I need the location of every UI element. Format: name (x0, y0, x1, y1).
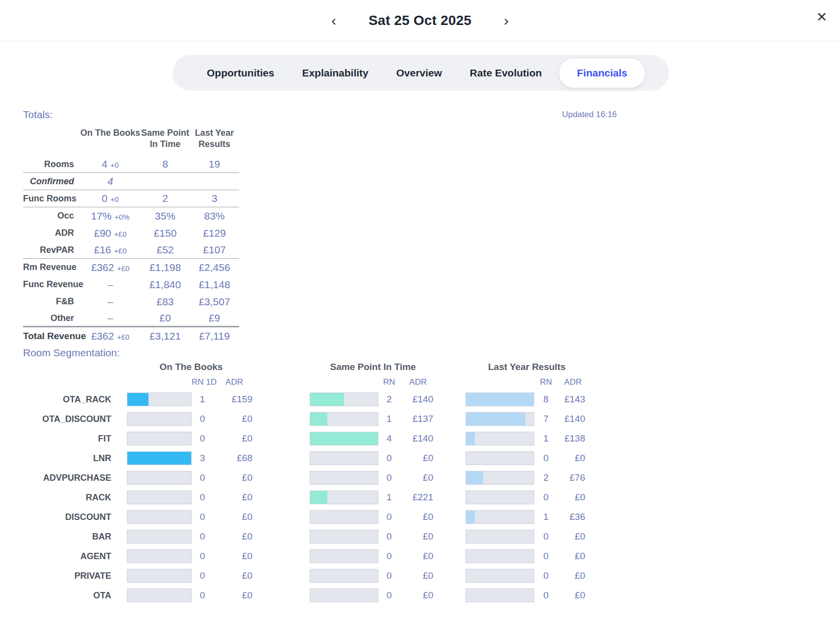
ly-bar-track (466, 432, 534, 445)
ly-bar-fill (466, 413, 525, 425)
seg-row-label: RACK (29, 492, 111, 503)
header: ‹ Sat 25 Oct 2025 › ✕ (0, 0, 840, 41)
spit-bar-track (310, 471, 378, 485)
tab-overview[interactable]: Overview (385, 58, 452, 88)
spit-rn-value: 1 (378, 492, 400, 503)
ly-rn-value: 7 (534, 414, 558, 424)
tab-opportunities[interactable]: Opportunities (196, 58, 285, 88)
spit-value: £150 (141, 227, 190, 239)
ly-value: 3 (190, 193, 239, 204)
otb-value: 0+0 (80, 193, 141, 204)
spit-adr-value: £221 (400, 492, 436, 503)
seg-row-label: ADVPURCHASE (29, 473, 111, 483)
otb-delta: +0% (115, 213, 129, 221)
otb-bar-track (127, 569, 192, 583)
otb-adr-value: £0 (213, 531, 255, 542)
spit-adr-value: £0 (400, 551, 436, 562)
seg-row: OTA_RACK1£1592£1408£143 (29, 390, 588, 409)
otb-main-value: 4 (107, 175, 113, 187)
table-row: Rooms4+0819 (23, 156, 239, 173)
ly-adr-value: £36 (558, 512, 588, 522)
otb-value: – (80, 279, 141, 291)
otb-rn-value: 0 (192, 414, 213, 424)
row-label: F&B (23, 296, 80, 307)
otb-main-value: £90 (94, 227, 111, 239)
tab-rate-evolution[interactable]: Rate Evolution (459, 58, 553, 88)
otb-rn-value: 0 (192, 492, 213, 503)
otb-adr-value: £0 (213, 492, 255, 503)
otb-rn-value: 0 (192, 570, 213, 581)
spit-value: £1,198 (141, 262, 190, 273)
table-row: Func Revenue–£1,840£1,148 (23, 276, 239, 293)
otb-rn-value: 0 (192, 590, 213, 601)
ly-rn-value: 1 (534, 512, 558, 522)
ly-adr-value: £0 (558, 551, 588, 562)
spit-adr-value: £0 (400, 531, 436, 542)
otb-bar-fill (127, 452, 191, 465)
ly-value: 83% (190, 210, 239, 222)
table-row: Other–£0£9 (23, 310, 239, 327)
spit-value: £0 (141, 312, 190, 324)
otb-main-value: – (107, 279, 113, 291)
close-icon[interactable]: ✕ (816, 11, 827, 24)
ly-rn-value: 0 (534, 551, 558, 562)
spit-rn-value: 0 (378, 512, 400, 522)
seg-row-label: OTA_RACK (29, 394, 111, 405)
otb-bar-track (127, 471, 192, 485)
spit-bar-track (310, 393, 378, 406)
seg-row: RACK0£01£2210£0 (29, 488, 588, 507)
rn-header-otb: RN 1D (192, 377, 213, 387)
seg-row-label: BAR (29, 532, 111, 542)
spit-bar-track (310, 569, 378, 583)
spit-rn-value: 0 (378, 590, 400, 601)
otb-bar-track (127, 510, 192, 524)
ly-rn-value: 1 (534, 433, 558, 444)
ly-rn-value: 0 (534, 531, 558, 542)
date-navigation: ‹ Sat 25 Oct 2025 › (0, 0, 840, 41)
spit-rn-value: 0 (378, 570, 400, 581)
spit-adr-value: £0 (400, 570, 436, 581)
otb-rn-value: 0 (192, 551, 213, 562)
tab-explainability[interactable]: Explainability (291, 58, 379, 88)
otb-delta: +£0 (117, 264, 129, 272)
spit-bar-fill (310, 393, 344, 406)
spit-value: £52 (141, 244, 190, 256)
seg-row: OTA_DISCOUNT0£01£1377£140 (29, 409, 588, 429)
spit-bar-track (310, 491, 378, 504)
otb-main-value: £16 (94, 244, 111, 256)
spit-bar-track (310, 432, 378, 445)
otb-main-value: – (107, 296, 113, 308)
adr-header-otb: ADR (213, 377, 255, 387)
spit-rn-value: 0 (378, 551, 400, 562)
ly-bar-track (466, 569, 534, 583)
seg-row: PRIVATE0£00£00£0 (29, 566, 588, 586)
spit-bar-track (310, 510, 378, 524)
spit-adr-value: £137 (400, 414, 436, 424)
ly-value: 19 (190, 158, 239, 170)
spit-rn-value: 0 (378, 531, 400, 542)
ly-adr-value: £138 (558, 433, 588, 444)
table-row: Func Rooms0+023 (23, 190, 239, 207)
spit-rn-value: 2 (378, 394, 400, 405)
spit-bar-fill (310, 413, 327, 425)
tab-financials[interactable]: Financials (559, 58, 645, 88)
otb-delta: +£0 (114, 246, 126, 255)
spit-bar-track (310, 589, 378, 602)
chevron-right-icon[interactable]: › (500, 11, 513, 30)
row-label: Total Revenue (23, 331, 80, 342)
ly-bar-track (466, 491, 534, 504)
chevron-left-icon[interactable]: ‹ (327, 11, 340, 30)
ly-bar-track (466, 393, 534, 406)
otb-value: 4 (80, 175, 141, 187)
table-row: RevPAR£16+£0£52£107 (23, 242, 239, 259)
otb-rn-value: 3 (192, 453, 213, 464)
otb-bar-track (127, 412, 192, 426)
otb-main-value: 0 (102, 193, 108, 204)
otb-value: – (80, 296, 141, 308)
otb-adr-value: £0 (213, 472, 255, 483)
spit-rn-value: 1 (378, 414, 400, 424)
row-label: Occ (23, 211, 80, 221)
ly-value: £129 (190, 227, 239, 239)
ly-adr-value: £143 (558, 394, 588, 405)
otb-delta: +£0 (117, 333, 129, 341)
